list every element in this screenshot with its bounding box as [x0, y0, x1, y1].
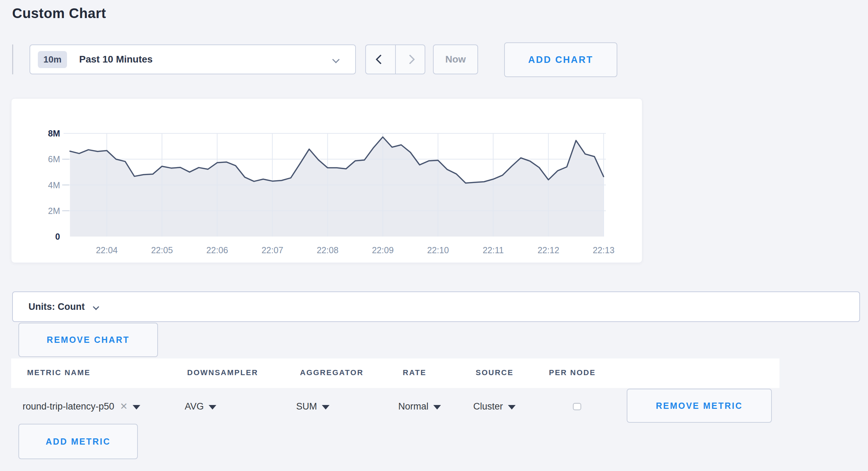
- clear-metric-icon[interactable]: ✕: [120, 401, 128, 412]
- svg-text:22:13: 22:13: [593, 245, 615, 255]
- caret-down-icon: [433, 405, 441, 410]
- svg-text:22:11: 22:11: [483, 245, 504, 255]
- metric-name-value: round-trip-latency-p50: [23, 401, 114, 412]
- aggregator-select[interactable]: SUM: [296, 399, 329, 413]
- svg-text:22:06: 22:06: [206, 245, 228, 255]
- remove-metric-button[interactable]: REMOVE METRIC: [627, 389, 772, 423]
- rate-value: Normal: [398, 401, 428, 412]
- custom-chart-page: Custom Chart 10m Past 10 Minutes Now ADD…: [0, 0, 868, 471]
- source-select[interactable]: Cluster: [473, 399, 516, 413]
- toolbar-accent-divider: [12, 44, 13, 74]
- now-button[interactable]: Now: [433, 44, 478, 74]
- metrics-table-header: METRIC NAME DOWNSAMPLER AGGREGATOR RATE …: [11, 358, 779, 388]
- chevron-down-icon: [332, 56, 340, 63]
- svg-text:22:04: 22:04: [96, 245, 118, 255]
- svg-text:22:05: 22:05: [151, 245, 173, 255]
- per-node-checkbox[interactable]: [573, 403, 581, 410]
- time-next-button[interactable]: [396, 45, 425, 74]
- column-header-downsampler: DOWNSAMPLER: [187, 368, 258, 377]
- svg-text:22:12: 22:12: [537, 245, 559, 255]
- add-metric-button[interactable]: ADD METRIC: [18, 424, 138, 459]
- svg-text:22:09: 22:09: [372, 245, 394, 255]
- metric-name-select[interactable]: round-trip-latency-p50 ✕: [23, 399, 140, 413]
- caret-down-icon: [322, 405, 329, 410]
- chevron-right-icon: [405, 55, 415, 64]
- time-prev-button[interactable]: [366, 45, 396, 74]
- chevron-down-icon: [93, 304, 99, 310]
- svg-text:2M: 2M: [48, 206, 60, 216]
- svg-text:22:08: 22:08: [317, 245, 339, 255]
- caret-down-icon: [133, 405, 140, 410]
- chevron-left-icon: [376, 55, 385, 64]
- caret-down-icon: [209, 405, 216, 410]
- svg-text:8M: 8M: [48, 129, 60, 138]
- svg-text:0: 0: [55, 232, 60, 241]
- time-range-label: Past 10 Minutes: [79, 54, 153, 65]
- downsampler-select[interactable]: AVG: [185, 399, 216, 413]
- svg-text:22:07: 22:07: [261, 245, 283, 255]
- caret-down-icon: [508, 405, 516, 410]
- time-range-badge: 10m: [38, 51, 67, 68]
- units-label: Units: Count: [28, 301, 85, 312]
- remove-chart-button[interactable]: REMOVE CHART: [18, 323, 158, 357]
- add-chart-button[interactable]: ADD CHART: [504, 42, 617, 77]
- page-title: Custom Chart: [12, 6, 106, 21]
- chart-card: 02M4M6M8M22:0422:0522:0622:0722:0822:092…: [11, 98, 642, 263]
- time-nav-group: [365, 44, 425, 74]
- column-header-per-node: PER NODE: [549, 368, 596, 377]
- downsampler-value: AVG: [185, 401, 204, 412]
- rate-select[interactable]: Normal: [398, 399, 441, 413]
- column-header-rate: RATE: [403, 368, 426, 377]
- column-header-aggregator: AGGREGATOR: [300, 368, 364, 377]
- column-header-source: SOURCE: [476, 368, 514, 377]
- column-header-metric-name: METRIC NAME: [27, 368, 91, 377]
- svg-text:6M: 6M: [48, 154, 60, 164]
- svg-text:4M: 4M: [48, 180, 60, 190]
- svg-text:22:10: 22:10: [427, 245, 449, 255]
- metric-area-chart[interactable]: 02M4M6M8M22:0422:0522:0622:0722:0822:092…: [11, 99, 643, 263]
- units-dropdown[interactable]: Units: Count: [12, 291, 860, 322]
- aggregator-value: SUM: [296, 401, 317, 412]
- source-value: Cluster: [473, 401, 503, 412]
- time-range-dropdown[interactable]: 10m Past 10 Minutes: [30, 44, 356, 74]
